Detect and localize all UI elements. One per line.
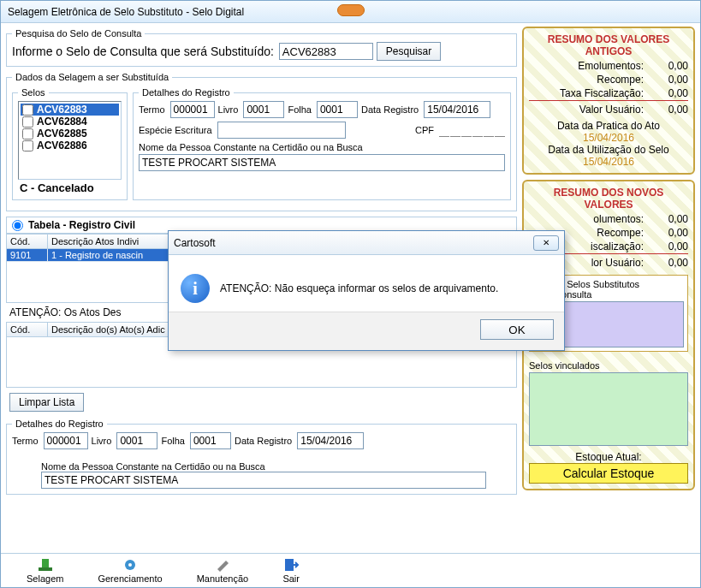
selo-code: ACV62886: [37, 140, 87, 151]
folha-input[interactable]: [317, 101, 358, 118]
tool-sair[interactable]: Sair: [282, 557, 300, 584]
svg-point-3: [128, 563, 132, 567]
folha2-input[interactable]: [190, 432, 231, 449]
bottom-toolbar: Selagem Gerenciamento Manutenção Sair: [1, 553, 700, 587]
pratica-label: Data da Pratica do Ato: [529, 120, 688, 132]
taxa2-value: 0,00: [649, 241, 688, 252]
selos-legend: Selos: [18, 87, 49, 98]
tool-manutencao[interactable]: Manutenção: [197, 557, 249, 584]
emol-label: Emolumentos:: [529, 60, 649, 72]
folha-label: Folha: [161, 436, 185, 446]
termo-input[interactable]: [170, 101, 215, 118]
col-cod-header: Cód.: [7, 323, 48, 336]
emol2-label: olumentos:: [529, 213, 649, 225]
limpar-lista-button[interactable]: Limpar Lista: [9, 393, 84, 412]
pesquisa-box: Pesquisa do Selo de Consulta Informe o S…: [6, 28, 517, 67]
selo-code: ACV62885: [37, 128, 87, 140]
data-label: Data Registro: [361, 104, 419, 115]
pesquisa-label: Informe o Selo de Consulta que será Subs…: [12, 45, 274, 58]
recompe-value: 0,00: [649, 74, 688, 86]
utiliz-value: 15/04/2016: [529, 156, 688, 168]
especie-input[interactable]: [217, 122, 346, 139]
nome2-input[interactable]: [41, 472, 486, 489]
termo-label: Termo: [139, 104, 165, 115]
selo-checkbox[interactable]: [22, 116, 33, 128]
selo-code: ACV62884: [37, 116, 87, 128]
selo-checkbox[interactable]: [22, 104, 33, 116]
vinculados-area[interactable]: [529, 372, 688, 446]
tool-label: Manutenção: [197, 573, 249, 584]
resumo-novo-title: RESUMO DOS NOVOS VALORES: [529, 187, 688, 211]
accent-pill-icon: [337, 4, 365, 16]
nome-label: Nome da Pessoa Constante na Certidão ou …: [139, 142, 363, 152]
tool-label: Gerenciamento: [98, 573, 162, 584]
detalhes-registro-box: Detalhes do Registro Termo Livro Folha D…: [133, 87, 511, 200]
cancelado-label: C - Cancelado: [18, 180, 122, 194]
data-label: Data Registro: [235, 436, 292, 446]
selo-checkbox[interactable]: [22, 128, 33, 140]
cell-cod: 9101: [7, 249, 48, 261]
emol2-value: 0,00: [649, 213, 688, 225]
exit-icon: [282, 557, 300, 573]
nome-label: Nome da Pessoa Constante na Certidão ou …: [41, 461, 265, 472]
svg-rect-1: [42, 559, 49, 567]
dialog-message: ATENÇÃO: Não esqueça informar os selos d…: [220, 282, 498, 294]
folha-label: Folha: [288, 104, 312, 115]
resumo-antigo-panel: RESUMO DOS VALORES ANTIGOS Emolumentos:0…: [522, 27, 695, 175]
data-registro-input[interactable]: [424, 101, 490, 118]
taxa-label: Taxa Fiscalização:: [529, 87, 649, 99]
cpf-mask-input[interactable]: [439, 123, 505, 137]
usuario-value: 0,00: [649, 104, 688, 116]
selo-consulta-input[interactable]: [279, 43, 373, 60]
svg-rect-0: [39, 567, 52, 571]
alert-dialog: Cartosoft ✕ i ATENÇÃO: Não esqueça infor…: [168, 230, 565, 351]
dados-box: Dados da Selagem a ser Substituída Selos…: [6, 72, 517, 211]
selos-listbox[interactable]: ACV62883 ACV62884 ACV62885 ACV62886: [18, 101, 122, 180]
selos-box: Selos ACV62883 ACV62884 ACV62885 ACV6288…: [12, 87, 128, 200]
tabela-radio[interactable]: [12, 220, 23, 231]
info-icon: i: [181, 274, 210, 303]
livro-input[interactable]: [243, 101, 284, 118]
detalhes2-legend: Detalhes do Registro: [12, 419, 107, 429]
nome-input[interactable]: [139, 154, 505, 171]
tool-label: Sair: [282, 573, 300, 584]
vinculados-box: Selos vinculados: [529, 357, 688, 446]
tool-label: Selagem: [27, 573, 63, 584]
selo-item[interactable]: ACV62886: [21, 140, 119, 151]
window-title: Selagem Eletrônica de Selo Substituto - …: [8, 6, 244, 18]
dados-legend: Dados da Selagem a ser Substituída: [12, 72, 172, 82]
tabela-radio-label: Tabela - Registro Civil: [28, 219, 135, 231]
livro2-input[interactable]: [116, 432, 157, 449]
col-cod-header: Cód.: [7, 235, 48, 248]
calcular-estoque-button[interactable]: Calcular Estoque: [529, 463, 688, 484]
gear-icon: [122, 557, 139, 573]
selo-item[interactable]: ACV62885: [21, 128, 119, 140]
app-window: Selagem Eletrônica de Selo Substituto - …: [0, 0, 701, 588]
tool-selagem[interactable]: Selagem: [27, 557, 63, 584]
utiliz-label: Data da Utilização do Selo: [529, 144, 688, 156]
ok-button[interactable]: OK: [480, 319, 554, 340]
selo-checkbox[interactable]: [22, 140, 33, 151]
taxa-value: 0,00: [649, 87, 688, 99]
especie-label: Espécie Escritura: [139, 125, 212, 135]
selo-item[interactable]: ACV62884: [21, 116, 119, 128]
detalhes2-box: Detalhes do Registro Termo Livro Folha D…: [6, 419, 517, 495]
vinculados-header: Selos vinculados: [529, 360, 688, 371]
usuario2-value: 0,00: [649, 257, 688, 269]
recompe2-value: 0,00: [649, 227, 688, 239]
pesquisar-button[interactable]: Pesquisar: [377, 42, 441, 61]
resumo-antigo-title: RESUMO DOS VALORES ANTIGOS: [529, 33, 688, 57]
selo-item[interactable]: ACV62883: [21, 104, 119, 116]
livro-label: Livro: [218, 104, 239, 115]
dialog-title: Cartosoft: [174, 237, 216, 249]
stamp-icon: [37, 557, 54, 573]
recompe-label: Recompe:: [529, 74, 649, 86]
cpf-label: CPF: [415, 125, 434, 135]
estoque-label: Estoque Atual:: [529, 451, 688, 463]
termo-label: Termo: [12, 436, 39, 446]
tool-gerenciamento[interactable]: Gerenciamento: [98, 557, 162, 584]
data2-input[interactable]: [297, 432, 364, 449]
livro-label: Livro: [92, 436, 112, 446]
termo2-input[interactable]: [44, 432, 88, 449]
close-button[interactable]: ✕: [533, 235, 559, 251]
